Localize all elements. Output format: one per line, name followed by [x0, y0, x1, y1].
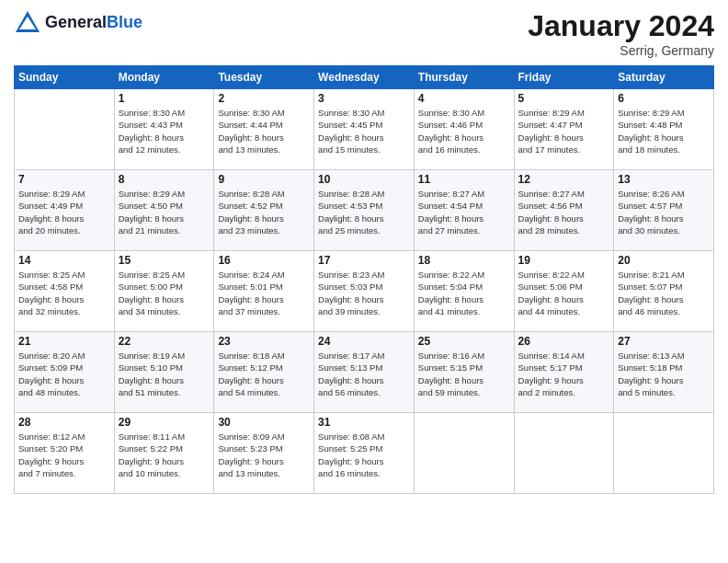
day-info: Sunrise: 8:29 AM Sunset: 4:50 PM Dayligh… [119, 188, 210, 236]
logo-text: GeneralBlue [45, 14, 142, 32]
calendar-cell: 21Sunrise: 8:20 AM Sunset: 5:09 PM Dayli… [15, 332, 115, 413]
calendar-week-row: 7Sunrise: 8:29 AM Sunset: 4:49 PM Daylig… [15, 170, 714, 251]
day-number: 21 [18, 335, 110, 348]
day-info: Sunrise: 8:29 AM Sunset: 4:47 PM Dayligh… [518, 107, 610, 155]
day-info: Sunrise: 8:30 AM Sunset: 4:43 PM Dayligh… [119, 107, 210, 155]
day-info: Sunrise: 8:21 AM Sunset: 5:07 PM Dayligh… [618, 269, 710, 317]
calendar-cell: 8Sunrise: 8:29 AM Sunset: 4:50 PM Daylig… [114, 170, 214, 251]
calendar-cell: 19Sunrise: 8:22 AM Sunset: 5:06 PM Dayli… [514, 251, 614, 332]
calendar-cell: 15Sunrise: 8:25 AM Sunset: 5:00 PM Dayli… [114, 251, 214, 332]
day-info: Sunrise: 8:24 AM Sunset: 5:01 PM Dayligh… [218, 269, 310, 317]
day-number: 27 [618, 335, 710, 348]
title-block: January 2024 Serrig, Germany [528, 9, 714, 58]
day-number: 10 [318, 173, 410, 186]
calendar-cell: 28Sunrise: 8:12 AM Sunset: 5:20 PM Dayli… [15, 413, 115, 494]
day-info: Sunrise: 8:14 AM Sunset: 5:17 PM Dayligh… [518, 350, 610, 398]
day-number: 7 [18, 173, 110, 186]
calendar-cell: 11Sunrise: 8:27 AM Sunset: 4:54 PM Dayli… [414, 170, 514, 251]
day-info: Sunrise: 8:29 AM Sunset: 4:48 PM Dayligh… [618, 107, 710, 155]
day-number: 14 [18, 254, 110, 267]
calendar-cell: 7Sunrise: 8:29 AM Sunset: 4:49 PM Daylig… [15, 170, 115, 251]
calendar-cell: 13Sunrise: 8:26 AM Sunset: 4:57 PM Dayli… [614, 170, 714, 251]
calendar-week-row: 1Sunrise: 8:30 AM Sunset: 4:43 PM Daylig… [15, 89, 714, 170]
day-info: Sunrise: 8:25 AM Sunset: 5:00 PM Dayligh… [119, 269, 210, 317]
day-number: 17 [318, 254, 410, 267]
day-number: 15 [119, 254, 210, 267]
day-info: Sunrise: 8:30 AM Sunset: 4:46 PM Dayligh… [418, 107, 510, 155]
day-info: Sunrise: 8:27 AM Sunset: 4:56 PM Dayligh… [518, 188, 610, 236]
page: GeneralBlue January 2024 Serrig, Germany… [0, 0, 728, 563]
weekday-header-row: SundayMondayTuesdayWednesdayThursdayFrid… [15, 66, 714, 89]
logo-icon [14, 9, 41, 37]
day-info: Sunrise: 8:30 AM Sunset: 4:45 PM Dayligh… [318, 107, 410, 155]
calendar: SundayMondayTuesdayWednesdayThursdayFrid… [14, 65, 714, 494]
day-number: 20 [618, 254, 710, 267]
day-info: Sunrise: 8:27 AM Sunset: 4:54 PM Dayligh… [418, 188, 510, 236]
day-number: 3 [318, 92, 410, 105]
calendar-cell: 29Sunrise: 8:11 AM Sunset: 5:22 PM Dayli… [114, 413, 214, 494]
calendar-cell: 6Sunrise: 8:29 AM Sunset: 4:48 PM Daylig… [614, 89, 714, 170]
day-info: Sunrise: 8:12 AM Sunset: 5:20 PM Dayligh… [18, 431, 110, 479]
day-number: 1 [119, 92, 210, 105]
calendar-cell: 4Sunrise: 8:30 AM Sunset: 4:46 PM Daylig… [414, 89, 514, 170]
day-info: Sunrise: 8:23 AM Sunset: 5:03 PM Dayligh… [318, 269, 410, 317]
day-number: 26 [518, 335, 610, 348]
day-info: Sunrise: 8:22 AM Sunset: 5:06 PM Dayligh… [518, 269, 610, 317]
calendar-cell [514, 413, 614, 494]
day-number: 18 [418, 254, 510, 267]
day-info: Sunrise: 8:26 AM Sunset: 4:57 PM Dayligh… [618, 188, 710, 236]
day-number: 12 [518, 173, 610, 186]
day-number: 8 [119, 173, 210, 186]
day-info: Sunrise: 8:25 AM Sunset: 4:58 PM Dayligh… [18, 269, 110, 317]
day-number: 4 [418, 92, 510, 105]
day-number: 31 [318, 416, 410, 429]
day-info: Sunrise: 8:29 AM Sunset: 4:49 PM Dayligh… [18, 188, 110, 236]
calendar-cell: 1Sunrise: 8:30 AM Sunset: 4:43 PM Daylig… [114, 89, 214, 170]
day-info: Sunrise: 8:30 AM Sunset: 4:44 PM Dayligh… [218, 107, 310, 155]
calendar-cell: 23Sunrise: 8:18 AM Sunset: 5:12 PM Dayli… [214, 332, 314, 413]
calendar-week-row: 28Sunrise: 8:12 AM Sunset: 5:20 PM Dayli… [15, 413, 714, 494]
calendar-cell: 9Sunrise: 8:28 AM Sunset: 4:52 PM Daylig… [214, 170, 314, 251]
day-number: 13 [618, 173, 710, 186]
day-number: 23 [218, 335, 310, 348]
calendar-cell: 26Sunrise: 8:14 AM Sunset: 5:17 PM Dayli… [514, 332, 614, 413]
calendar-cell: 2Sunrise: 8:30 AM Sunset: 4:44 PM Daylig… [214, 89, 314, 170]
day-number: 9 [218, 173, 310, 186]
header: GeneralBlue January 2024 Serrig, Germany [14, 9, 714, 58]
day-info: Sunrise: 8:28 AM Sunset: 4:52 PM Dayligh… [218, 188, 310, 236]
weekday-header-wednesday: Wednesday [314, 66, 415, 89]
day-info: Sunrise: 8:09 AM Sunset: 5:23 PM Dayligh… [218, 431, 310, 479]
day-number: 16 [218, 254, 310, 267]
calendar-cell: 18Sunrise: 8:22 AM Sunset: 5:04 PM Dayli… [414, 251, 514, 332]
calendar-cell: 20Sunrise: 8:21 AM Sunset: 5:07 PM Dayli… [614, 251, 714, 332]
day-info: Sunrise: 8:20 AM Sunset: 5:09 PM Dayligh… [18, 350, 110, 398]
calendar-week-row: 14Sunrise: 8:25 AM Sunset: 4:58 PM Dayli… [15, 251, 714, 332]
weekday-header-monday: Monday [114, 66, 214, 89]
weekday-header-sunday: Sunday [15, 66, 115, 89]
day-number: 25 [418, 335, 510, 348]
day-number: 5 [518, 92, 610, 105]
calendar-cell: 31Sunrise: 8:08 AM Sunset: 5:25 PM Dayli… [314, 413, 415, 494]
calendar-cell: 14Sunrise: 8:25 AM Sunset: 4:58 PM Dayli… [15, 251, 115, 332]
day-number: 6 [618, 92, 710, 105]
day-info: Sunrise: 8:13 AM Sunset: 5:18 PM Dayligh… [618, 350, 710, 398]
weekday-header-friday: Friday [514, 66, 614, 89]
calendar-cell: 22Sunrise: 8:19 AM Sunset: 5:10 PM Dayli… [114, 332, 214, 413]
location: Serrig, Germany [528, 43, 714, 58]
day-number: 30 [218, 416, 310, 429]
day-number: 22 [119, 335, 210, 348]
weekday-header-thursday: Thursday [414, 66, 514, 89]
day-info: Sunrise: 8:08 AM Sunset: 5:25 PM Dayligh… [318, 431, 410, 479]
calendar-cell: 17Sunrise: 8:23 AM Sunset: 5:03 PM Dayli… [314, 251, 415, 332]
calendar-cell: 10Sunrise: 8:28 AM Sunset: 4:53 PM Dayli… [314, 170, 415, 251]
day-info: Sunrise: 8:18 AM Sunset: 5:12 PM Dayligh… [218, 350, 310, 398]
calendar-cell: 3Sunrise: 8:30 AM Sunset: 4:45 PM Daylig… [314, 89, 415, 170]
weekday-header-tuesday: Tuesday [214, 66, 314, 89]
calendar-cell [414, 413, 514, 494]
calendar-cell: 16Sunrise: 8:24 AM Sunset: 5:01 PM Dayli… [214, 251, 314, 332]
day-info: Sunrise: 8:16 AM Sunset: 5:15 PM Dayligh… [418, 350, 510, 398]
calendar-week-row: 21Sunrise: 8:20 AM Sunset: 5:09 PM Dayli… [15, 332, 714, 413]
calendar-cell: 30Sunrise: 8:09 AM Sunset: 5:23 PM Dayli… [214, 413, 314, 494]
day-number: 19 [518, 254, 610, 267]
calendar-cell: 25Sunrise: 8:16 AM Sunset: 5:15 PM Dayli… [414, 332, 514, 413]
